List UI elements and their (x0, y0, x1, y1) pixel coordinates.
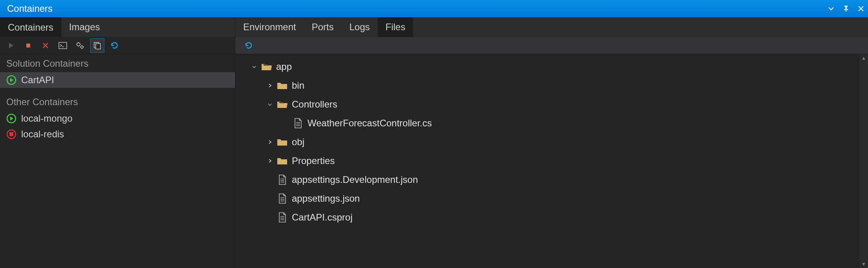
content-toolbar (235, 37, 868, 54)
file-tree: appbinControllersWeatherForecastControll… (235, 54, 859, 268)
expander-none (282, 120, 289, 126)
left-panel: Containers Images (0, 17, 235, 268)
file-pane: appbinControllersWeatherForecastControll… (235, 54, 868, 268)
container-name: local-mongo (21, 113, 73, 124)
expander-none (267, 214, 273, 221)
tab-images-label: Images (69, 22, 100, 33)
expander-icon[interactable] (267, 139, 273, 145)
start-button[interactable] (4, 38, 18, 53)
folder-icon (277, 137, 288, 147)
tab-files[interactable]: Files (378, 17, 413, 37)
tab-environment-label: Environment (243, 22, 296, 33)
tab-logs[interactable]: Logs (342, 17, 378, 37)
svg-rect-1 (59, 42, 67, 49)
svg-rect-0 (26, 44, 30, 47)
tree-node-label: CartAPI.csproj (292, 212, 353, 223)
stopped-icon (6, 129, 16, 139)
svg-rect-6 (96, 44, 100, 49)
tab-images[interactable]: Images (61, 17, 108, 37)
remove-button[interactable] (38, 38, 53, 53)
refresh-button[interactable] (107, 38, 122, 53)
file-icon (277, 212, 288, 222)
container-item-cartapi[interactable]: CartAPI (0, 72, 235, 88)
tree-node-label: Controllers (292, 99, 337, 110)
tree-node-label: WeatherForecastController.cs (308, 118, 432, 129)
folder-icon (277, 156, 288, 166)
tree-row[interactable]: WeatherForecastController.cs (235, 114, 859, 133)
tree-node-label: obj (292, 137, 304, 148)
scroll-up-icon[interactable]: ▲ (859, 54, 868, 62)
svg-rect-10 (9, 132, 13, 136)
vertical-scrollbar[interactable]: ▲ ▼ (859, 54, 868, 268)
file-icon (277, 175, 288, 185)
container-item-local-mongo[interactable]: local-mongo (0, 111, 235, 126)
refresh-files-button[interactable] (242, 38, 256, 53)
tree-row[interactable]: obj (235, 133, 859, 151)
right-panel: Environment Ports Logs Files appbinContr… (235, 17, 868, 268)
tab-logs-label: Logs (349, 22, 370, 33)
tree-row[interactable]: app (235, 57, 859, 76)
folder-icon (261, 62, 272, 72)
tree-row[interactable]: appsettings.json (235, 189, 859, 208)
tab-files-label: Files (386, 22, 406, 33)
tab-containers[interactable]: Containers (0, 17, 61, 37)
svg-point-4 (81, 46, 83, 48)
tree-row[interactable]: Properties (235, 151, 859, 170)
tree-row[interactable]: CartAPI.csproj (235, 208, 859, 227)
window-controls (827, 5, 865, 13)
file-icon (277, 193, 288, 204)
section-solution-heading: Solution Containers (0, 54, 235, 72)
expander-none (267, 177, 273, 183)
tab-containers-label: Containers (8, 22, 53, 33)
tree-row[interactable]: appsettings.Development.json (235, 170, 859, 189)
left-tab-strip: Containers Images (0, 17, 235, 37)
terminal-button[interactable] (56, 38, 70, 53)
expander-icon[interactable] (267, 101, 273, 108)
container-item-local-redis[interactable]: local-redis (0, 126, 235, 142)
tab-ports[interactable]: Ports (304, 17, 342, 37)
tree-row[interactable]: bin (235, 76, 859, 95)
tree-node-label: app (276, 61, 292, 72)
folder-icon (277, 99, 288, 109)
tree-node-label: appsettings.json (292, 193, 360, 204)
running-icon (6, 75, 16, 85)
expander-none (267, 195, 273, 202)
copy-button[interactable] (90, 38, 104, 53)
close-icon[interactable] (857, 5, 865, 13)
pin-icon[interactable] (842, 5, 850, 13)
titlebar: Containers (0, 0, 868, 17)
running-icon (6, 113, 16, 124)
expander-icon[interactable] (267, 158, 273, 164)
section-other-heading: Other Containers (0, 93, 235, 111)
right-tab-strip: Environment Ports Logs Files (235, 17, 868, 37)
tab-ports-label: Ports (312, 22, 334, 33)
tree-node-label: appsettings.Development.json (292, 174, 418, 185)
container-name: local-redis (21, 129, 64, 140)
settings-button[interactable] (73, 38, 87, 53)
folder-icon (277, 80, 288, 91)
tree-row[interactable]: Controllers (235, 95, 859, 114)
tree-node-label: bin (292, 80, 304, 91)
stop-button[interactable] (21, 38, 35, 53)
left-toolbar (0, 37, 235, 54)
window-title: Containers (7, 3, 53, 14)
expander-icon[interactable] (251, 64, 257, 70)
tab-environment[interactable]: Environment (235, 17, 304, 37)
expander-icon[interactable] (267, 82, 273, 89)
container-name: CartAPI (21, 75, 54, 86)
file-icon (293, 118, 304, 128)
tree-node-label: Properties (292, 155, 335, 166)
scroll-down-icon[interactable]: ▼ (859, 260, 868, 268)
window-options-icon[interactable] (827, 5, 835, 13)
